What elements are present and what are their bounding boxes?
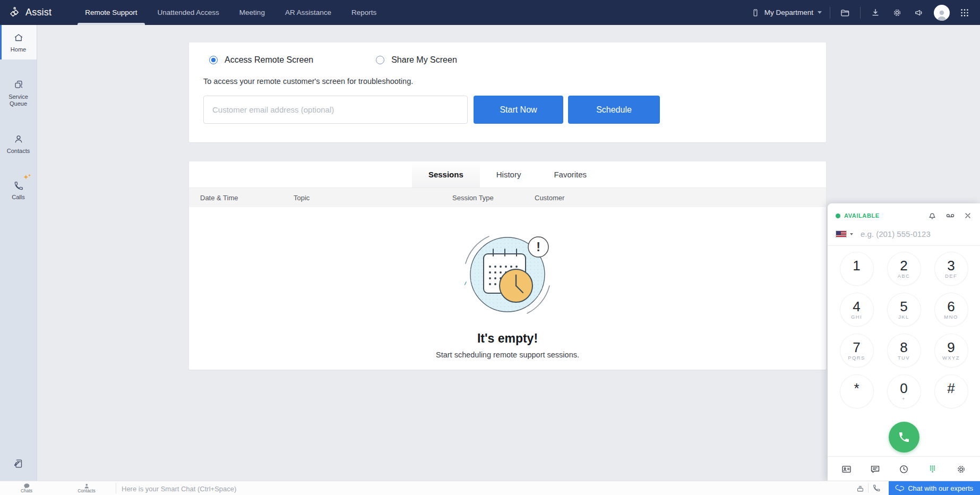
radio-selected-icon — [209, 56, 218, 64]
svg-text:!: ! — [536, 240, 540, 254]
brand-name: Assist — [25, 7, 51, 18]
department-icon — [751, 8, 760, 18]
column-header-customer: Customer — [535, 194, 826, 202]
voicemail-icon[interactable] — [945, 210, 956, 221]
dialpad-key-9[interactable]: 9WXYZ — [935, 334, 968, 367]
dialpad-key-star[interactable]: * — [840, 375, 873, 408]
dialpad-key-7[interactable]: 7PQRS — [840, 334, 873, 367]
divider — [116, 483, 116, 493]
dialpad-key-2[interactable]: 2ABC — [888, 252, 921, 285]
department-selector[interactable]: My Department — [751, 8, 822, 18]
dialpad-key-5[interactable]: 5JKL — [888, 293, 921, 326]
divider — [830, 7, 830, 19]
close-icon[interactable] — [964, 211, 972, 220]
radio-access-remote-screen[interactable]: Access Remote Screen — [209, 55, 313, 65]
sidebar-item-calls[interactable]: ✦✦ Calls — [0, 174, 37, 207]
bottombar-chats[interactable]: Chats — [21, 481, 32, 495]
phone-number-row — [828, 224, 980, 246]
column-header-session-type: Session Type — [452, 194, 535, 202]
avatar[interactable] — [934, 5, 950, 21]
customer-email-input[interactable] — [203, 96, 468, 124]
contact-card-icon[interactable] — [841, 464, 852, 475]
session-form-row: Start Now Schedule — [189, 86, 826, 124]
feedback-note-icon[interactable] — [0, 458, 37, 481]
radio-share-my-screen[interactable]: Share My Screen — [376, 55, 457, 65]
dialer-panel: AVAILABLE — [828, 203, 980, 481]
calls-icon — [13, 181, 24, 191]
country-dropdown-caret[interactable] — [850, 233, 853, 235]
keypad-icon[interactable] — [927, 464, 938, 475]
sidebar-item-service-queue[interactable]: Service Queue — [0, 72, 37, 114]
megaphone-icon[interactable] — [912, 7, 926, 18]
tab-history[interactable]: History — [480, 161, 538, 187]
empty-state-subtitle: Start scheduling remote support sessions… — [436, 351, 579, 359]
spacer — [0, 59, 37, 72]
gear-icon[interactable] — [956, 464, 967, 475]
us-flag-icon[interactable] — [836, 231, 847, 238]
chat-icon[interactable] — [870, 464, 881, 475]
bottombar-right: Chat with our experts — [852, 481, 980, 495]
app-window: Assist Remote Support Unattended Access … — [0, 0, 980, 495]
main-nav: Remote Support Unattended Access Meeting… — [75, 0, 386, 25]
topbar-actions: My Department — [751, 5, 980, 21]
session-mode-radios: Access Remote Screen Share My Screen — [189, 42, 826, 65]
sessions-card: Sessions History Favorites Date & Time T… — [189, 161, 826, 370]
department-label: My Department — [764, 8, 813, 16]
column-header-date-time: Date & Time — [189, 194, 294, 202]
dialpad-key-1[interactable]: 1 — [840, 252, 873, 285]
download-icon[interactable] — [869, 7, 882, 18]
nav-tab-remote-support[interactable]: Remote Support — [75, 0, 147, 25]
dialpad: 1 2ABC 3DEF 4GHI 5JKL 6MNO 7PQRS 8TUV 9W… — [828, 246, 980, 408]
history-clock-icon[interactable] — [898, 464, 909, 475]
chat-bubbles-icon — [895, 484, 904, 492]
apps-grid-icon[interactable] — [958, 7, 972, 18]
schedule-button[interactable]: Schedule — [568, 96, 660, 124]
dialpad-key-8[interactable]: 8TUV — [888, 334, 921, 367]
sidebar-item-label: Calls — [12, 194, 24, 201]
dialpad-key-6[interactable]: 6MNO — [935, 293, 968, 326]
phone-icon[interactable] — [869, 484, 884, 492]
bottombar-contacts-label: Contacts — [78, 489, 96, 493]
tab-favorites[interactable]: Favorites — [537, 161, 603, 187]
bottombar-contacts[interactable]: Contacts — [78, 481, 96, 495]
sidebar-item-label: Contacts — [7, 148, 30, 155]
queue-box-icon[interactable] — [852, 484, 868, 493]
chat-bubble-icon — [24, 483, 30, 489]
bottombar: Chats Contacts — [0, 481, 980, 495]
brand-logo[interactable]: Assist — [0, 6, 61, 19]
smart-chat-input[interactable] — [121, 481, 420, 495]
phone-number-input[interactable] — [859, 229, 972, 239]
chat-with-experts-label: Chat with our experts — [908, 484, 973, 492]
chat-with-experts-button[interactable]: Chat with our experts — [889, 481, 980, 495]
nav-tab-reports[interactable]: Reports — [341, 0, 386, 25]
empty-state: ! It's empty! Start scheduling remote su… — [189, 207, 826, 370]
divider — [860, 7, 861, 19]
bell-icon[interactable] — [927, 211, 937, 220]
spacer — [0, 114, 37, 126]
gear-icon[interactable] — [890, 7, 904, 18]
dialer-header-icons — [927, 210, 972, 221]
sidebar-item-home[interactable]: Home — [0, 25, 37, 59]
dialpad-key-4[interactable]: 4GHI — [840, 293, 873, 326]
bottombar-chats-label: Chats — [21, 489, 32, 493]
radio-label: Share My Screen — [391, 55, 457, 65]
sparkle-new-badge: ✦✦ — [23, 175, 32, 181]
status-dot-icon — [836, 214, 840, 218]
dialpad-key-3[interactable]: 3DEF — [935, 252, 968, 285]
call-button[interactable] — [889, 422, 919, 453]
start-now-button[interactable]: Start Now — [474, 96, 563, 124]
nav-tab-unattended-access[interactable]: Unattended Access — [148, 0, 229, 25]
dialpad-key-hash[interactable]: # — [935, 375, 968, 408]
nav-tab-meeting[interactable]: Meeting — [229, 0, 275, 25]
session-description: To access your remote customer's screen … — [189, 65, 826, 86]
nav-tab-ar-assistance[interactable]: AR Assistance — [275, 0, 341, 25]
spacer — [0, 161, 37, 174]
tab-sessions[interactable]: Sessions — [412, 161, 480, 187]
sidebar-item-contacts[interactable]: Contacts — [0, 126, 37, 161]
folder-icon[interactable] — [838, 7, 852, 18]
empty-state-title: It's empty! — [477, 331, 538, 346]
assist-logo-icon — [8, 6, 21, 19]
home-icon — [13, 32, 24, 44]
dialpad-key-0[interactable]: 0+ — [888, 375, 921, 408]
column-header-topic: Topic — [294, 194, 452, 202]
